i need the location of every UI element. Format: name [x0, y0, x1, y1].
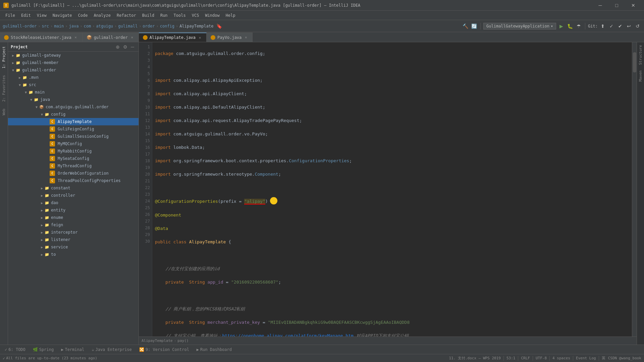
tree-item-listener[interactable]: ▶ 📁 listener [8, 236, 139, 243]
menu-edit[interactable]: Edit [18, 12, 34, 19]
sidebar-maven-label[interactable]: Maven [637, 68, 644, 84]
tab-close-alipay[interactable]: ✕ [198, 35, 202, 40]
menu-analyze[interactable]: Analyze [91, 12, 113, 19]
editor-scrollbar[interactable] [632, 42, 637, 337]
breadcrumb-gulimall2[interactable]: gulimall [118, 24, 138, 28]
tab-payvo[interactable]: PayVo.java ✕ [207, 33, 253, 42]
code-editor[interactable]: package com.atguigu.gulimall.order.confi… [152, 42, 632, 337]
tree-item-src[interactable]: ▼ 📁 src [8, 81, 139, 88]
breadcrumb-order[interactable]: order [143, 24, 155, 28]
version-control-label: 9: Version Control [146, 347, 189, 352]
tab-java-enterprise[interactable]: ☕ Java Enterprise [88, 346, 135, 353]
status-event-log[interactable]: Event Log [576, 356, 596, 360]
tree-item-my-thread[interactable]: C MyThreadConfig [8, 162, 139, 170]
far-right-sidebar: Structure Maven [637, 42, 644, 345]
menu-refactor[interactable]: Refactor [114, 12, 139, 19]
tab-spring[interactable]: 🌿 Spring [30, 346, 57, 353]
status-indent[interactable]: 4 spaces [552, 356, 570, 360]
coverage-button[interactable]: ☂ [575, 22, 582, 30]
tree-item-member[interactable]: ▶ 📁 gulimall-member [8, 59, 139, 66]
sidebar-favorites-label[interactable]: 2: Favorites [1, 72, 7, 104]
tree-item-mvn[interactable]: ▶ 📁 .mvn [8, 74, 139, 81]
minimize-button[interactable]: ─ [593, 1, 608, 9]
tab-close-stock[interactable]: ✕ [73, 35, 78, 40]
tab-terminal[interactable]: ▶ Terminal [58, 346, 88, 353]
breadcrumb-main[interactable]: main [54, 24, 64, 28]
tab-close-payvo[interactable]: ✕ [244, 35, 248, 40]
tab-label-payvo: PayVo.java [217, 35, 241, 40]
git-history-button[interactable]: ↩ [625, 22, 633, 30]
tree-item-interceptor[interactable]: ▶ 📁 interceptor [8, 229, 139, 236]
tree-item-guli-session[interactable]: C GulimallSessionConfig [8, 133, 139, 140]
menu-run[interactable]: Run [158, 12, 170, 19]
menu-code[interactable]: Code [75, 12, 91, 19]
status-line-ending[interactable]: CRLF [521, 356, 530, 360]
tree-item-controller[interactable]: ▶ 📁 controller [8, 192, 139, 199]
panel-settings-button[interactable]: ⚙ [122, 44, 128, 50]
tree-item-my-mq[interactable]: C MyMQConfig [8, 140, 139, 147]
debug-button[interactable]: 🐛 [566, 22, 574, 30]
tree-item-package[interactable]: ▼ 📦 com.atguigu.gulimall.order [8, 103, 139, 111]
menu-build[interactable]: Build [140, 12, 157, 19]
tree-item-service[interactable]: ▶ 📁 service [8, 243, 139, 251]
menu-navigate[interactable]: Navigate [50, 12, 75, 19]
tree-item-java[interactable]: ▼ 📁 java [8, 96, 139, 103]
tree-item-gateway[interactable]: ▶ 📁 gulimall-gateway [8, 52, 139, 59]
tree-item-main[interactable]: ▼ 📁 main [8, 88, 139, 96]
git-update-button[interactable]: ⬆ [599, 22, 606, 30]
breadcrumb-src[interactable]: src [42, 24, 49, 28]
breadcrumb-config[interactable]: config [160, 24, 174, 28]
tree-item-order-module[interactable]: ▼ 📁 gulimall-order [8, 66, 139, 74]
tree-item-my-rabbit[interactable]: C MyRabbitConfig [8, 147, 139, 155]
tree-item-alipay-template[interactable]: C AlipayTemplate [8, 118, 139, 125]
tree-item-feign[interactable]: ▶ 📁 feign [8, 221, 139, 229]
window-controls[interactable]: ─ □ ✕ [593, 1, 641, 9]
menu-vcs[interactable]: VCS [189, 12, 202, 19]
tab-alipay-template[interactable]: AlipayTemplate.java ✕ [139, 33, 207, 42]
menu-tools[interactable]: Tools [171, 12, 189, 19]
menu-view[interactable]: View [34, 12, 49, 19]
breadcrumb-atguigu[interactable]: atguigu [96, 24, 113, 28]
panel-locate-button[interactable]: ⊕ [114, 44, 121, 50]
menu-help[interactable]: Help [223, 12, 238, 19]
tree-item-constant[interactable]: ▶ 📁 constant [8, 184, 139, 192]
git-push-button[interactable]: ✔ [616, 22, 624, 30]
breadcrumb-bookmark-button[interactable]: 🔖 [215, 22, 223, 30]
tree-item-guli-feign[interactable]: C GuliFeignConfig [8, 125, 139, 133]
tree-item-config[interactable]: ▼ 📁 config [8, 111, 139, 118]
sidebar-web-label[interactable]: Web [1, 106, 7, 118]
tab-close-order[interactable]: ✕ [130, 35, 135, 40]
tree-item-enume[interactable]: ▶ 📁 enume [8, 214, 139, 221]
status-line-col[interactable]: 53:1 [506, 356, 516, 360]
breadcrumb-com[interactable]: com [84, 24, 91, 28]
status-encoding[interactable]: UTF-8 [536, 356, 547, 360]
tree-item-to[interactable]: ▶ 📁 to [8, 251, 139, 258]
toolbar-refresh-button[interactable]: 🔄 [470, 22, 478, 30]
toolbar-build-button[interactable]: 🔨 [462, 22, 469, 30]
tab-stock-release-listener[interactable]: StockReleaseListener.java ✕ [0, 33, 83, 42]
git-commit-button[interactable]: ✓ [608, 22, 615, 30]
git-revert-button[interactable]: ↺ [634, 22, 641, 30]
sidebar-structure-label[interactable]: Structure [637, 42, 644, 68]
run-configuration-selector[interactable]: GulimallGatewayApplication ▾ [483, 23, 556, 29]
tree-item-entity[interactable]: ▶ 📁 entity [8, 206, 139, 214]
tab-gulimall-order[interactable]: 📦 gulimall-order ✕ [83, 33, 139, 42]
menu-window[interactable]: Window [202, 12, 222, 19]
code-container[interactable]: 12345 678910 1112131415 1617181920 21222… [139, 42, 637, 337]
breadcrumb-java[interactable]: java [69, 24, 78, 28]
breadcrumb-gulimall-order[interactable]: gulimall-order [3, 24, 37, 28]
tab-run-dashboard[interactable]: ▶ Run Dashboard [193, 346, 235, 353]
project-tree[interactable]: ▶ 📁 gulimall-gateway ▶ 📁 gulimall-member… [8, 52, 139, 345]
sidebar-project-label[interactable]: 1: Project [1, 44, 7, 71]
tree-item-my-seata[interactable]: C MySeataConfig [8, 155, 139, 162]
tree-item-thread-pool[interactable]: C ThreadPoolConfigProperties [8, 177, 139, 184]
panel-minimize-button[interactable]: ─ [129, 44, 136, 50]
tree-item-order-web[interactable]: C OrderWebConfiguration [8, 170, 139, 177]
tab-todo[interactable]: ✓ 6: TODO [1, 346, 29, 353]
run-button[interactable]: ▶ [557, 22, 565, 30]
tab-version-control[interactable]: 🔀 9: Version Control [136, 346, 193, 353]
maximize-button[interactable]: □ [609, 1, 624, 9]
menu-file[interactable]: File [3, 12, 18, 19]
close-button[interactable]: ✕ [626, 1, 641, 9]
tree-item-dao[interactable]: ▶ 📁 dao [8, 199, 139, 206]
